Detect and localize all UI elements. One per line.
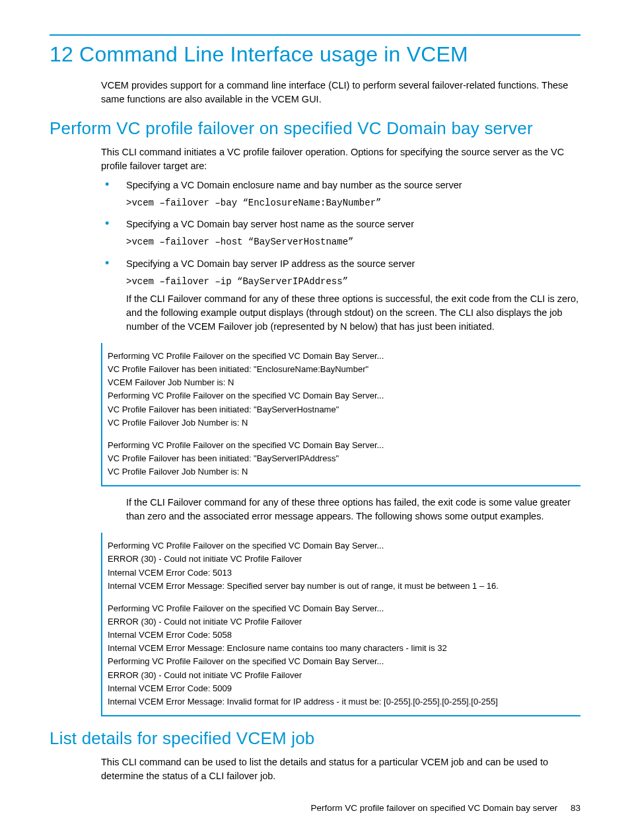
mid-paragraph: If the CLI Failover command for any of t…	[126, 496, 580, 523]
output-line: ERROR (30) - Could not initiate VC Profi…	[108, 553, 575, 566]
output-line: Performing VC Profile Failover on the sp…	[108, 350, 575, 363]
page-footer: Perform VC profile failover on specified…	[50, 803, 580, 813]
section-2-intro-text: This CLI command can be used to list the…	[101, 755, 580, 783]
output-line: VC Profile Failover has been initiated: …	[108, 363, 575, 376]
output-line: VC Profile Failover has been initiated: …	[108, 452, 575, 465]
output-line: VCEM Failover Job Number is: N	[108, 376, 575, 389]
output-line: VC Profile Failover Job Number is: N	[108, 416, 575, 430]
section-1-intro: This CLI command initiates a VC profile …	[101, 145, 580, 173]
page: 12 Command Line Interface usage in VCEM …	[0, 0, 630, 839]
top-rule	[50, 34, 580, 36]
section-2-title: List details for specified VCEM job	[50, 728, 580, 749]
chapter-title: 12 Command Line Interface usage in VCEM	[50, 42, 580, 67]
output-line: Performing VC Profile Failover on the sp…	[108, 439, 575, 452]
list-item: Specifying a VC Domain bay server IP add…	[101, 257, 580, 334]
output-line: Internal VCEM Error Message: Invalid for…	[108, 695, 575, 708]
output-gap	[108, 593, 575, 602]
output-box-error: Performing VC Profile Failover on the sp…	[101, 533, 580, 716]
output-line: Performing VC Profile Failover on the sp…	[108, 539, 575, 553]
output-line: Internal VCEM Error Message: Enclosure n…	[108, 642, 575, 655]
chapter-intro: VCEM provides support for a command line…	[101, 79, 580, 106]
output-line: Internal VCEM Error Code: 5013	[108, 566, 575, 580]
footer-text: Perform VC profile failover on specified…	[311, 803, 558, 813]
section-1-title: Perform VC profile failover on specified…	[50, 118, 580, 139]
output-line: VC Profile Failover Job Number is: N	[108, 465, 575, 478]
bullet-list: Specifying a VC Domain enclosure name an…	[101, 178, 580, 334]
output-line: Internal VCEM Error Code: 5058	[108, 629, 575, 642]
page-number: 83	[571, 803, 580, 813]
command-text: >vcem –failover –bay “EnclosureName:BayN…	[126, 196, 580, 210]
bullet-text: Specifying a VC Domain enclosure name an…	[126, 180, 462, 190]
output-line: Internal VCEM Error Code: 5009	[108, 682, 575, 695]
output-line: VC Profile Failover has been initiated: …	[108, 403, 575, 416]
output-line: Internal VCEM Error Message: Specified s…	[108, 580, 575, 593]
section-2-intro: This CLI command can be used to list the…	[101, 755, 580, 783]
list-item: Specifying a VC Domain bay server host n…	[101, 217, 580, 248]
output-line: Performing VC Profile Failover on the sp…	[108, 602, 575, 615]
output-line: ERROR (30) - Could not initiate VC Profi…	[108, 669, 575, 682]
command-text: >vcem –failover –ip “BayServerIPAddress”	[126, 275, 580, 288]
bullet-text: Specifying a VC Domain bay server IP add…	[126, 258, 415, 269]
mid-paragraph-text: If the CLI Failover command for any of t…	[126, 496, 580, 523]
output-line: Performing VC Profile Failover on the sp…	[108, 389, 575, 402]
intro-text: VCEM provides support for a command line…	[101, 79, 580, 106]
output-gap	[108, 430, 575, 439]
list-item: Specifying a VC Domain enclosure name an…	[101, 178, 580, 210]
output-line: ERROR (30) - Could not initiate VC Profi…	[108, 615, 575, 629]
section-1-intro-text: This CLI command initiates a VC profile …	[101, 145, 580, 173]
bullet-text: Specifying a VC Domain bay server host n…	[126, 219, 414, 229]
follow-text: If the CLI Failover command for any of t…	[126, 292, 580, 334]
output-box-success: Performing VC Profile Failover on the sp…	[101, 343, 580, 486]
output-line: Performing VC Profile Failover on the sp…	[108, 655, 575, 668]
command-text: >vcem –failover –host “BayServerHostname…	[126, 235, 580, 248]
